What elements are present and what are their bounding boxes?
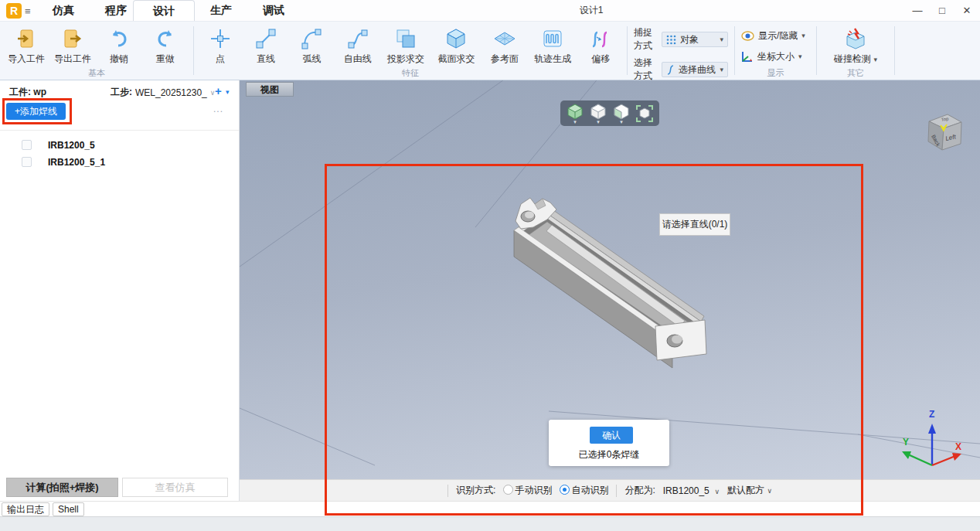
selection-status: 已选择0条焊缝 bbox=[549, 448, 669, 461]
import-workpiece-icon bbox=[15, 27, 38, 50]
view-simulation-button[interactable]: 查看仿真 bbox=[122, 478, 228, 497]
curve-icon bbox=[666, 65, 675, 75]
import-workpiece-button[interactable]: 导入工件 bbox=[3, 25, 49, 66]
axes-icon bbox=[741, 51, 754, 63]
calculate-button[interactable]: 计算(拍照+焊接) bbox=[6, 478, 118, 497]
reference-plane-icon bbox=[493, 27, 516, 50]
menu-tab-design[interactable]: 设计 bbox=[133, 0, 195, 21]
radio-off-icon[interactable] bbox=[503, 485, 513, 495]
list-item-robot-2[interactable]: IRB1200_5_1 bbox=[0, 155, 239, 172]
view-style-solid-button[interactable]: ▾ bbox=[588, 103, 608, 124]
confirm-button[interactable]: 确认 bbox=[590, 427, 633, 444]
chevron-down-icon: ∨ bbox=[714, 488, 720, 495]
step-label: 工步: bbox=[111, 86, 132, 99]
ribbon-group-other: 碰撞检测 ▾ 其它 bbox=[817, 22, 894, 80]
minimize-button[interactable]: — bbox=[906, 0, 929, 21]
show-hide-button[interactable]: 显示/隐藏 ▾ bbox=[741, 27, 810, 44]
grid-icon bbox=[666, 35, 676, 45]
line-button[interactable]: 直线 bbox=[243, 25, 288, 66]
chevron-down-icon: ▾ bbox=[620, 120, 623, 124]
ribbon-group-label-display: 显示 bbox=[738, 67, 813, 80]
robot-1-checkbox[interactable] bbox=[22, 140, 32, 150]
step-value: WEL_20251230_ bbox=[135, 87, 207, 98]
redo-button[interactable]: 重做 bbox=[142, 25, 189, 66]
zoom-fit-button[interactable] bbox=[635, 104, 655, 123]
step-selector[interactable]: 工步: WEL_20251230_ ∨ bbox=[111, 86, 215, 99]
ribbon-group-label-basic: 基本 bbox=[3, 67, 190, 80]
reference-plane-button[interactable]: 参考面 bbox=[481, 25, 527, 66]
left-panel-header: 工件: wp 工步: WEL_20251230_ ∨ + ▾ bbox=[0, 83, 239, 100]
snap-mode-dropdown[interactable]: 对象 ▾ bbox=[662, 32, 728, 47]
eye-icon bbox=[741, 31, 754, 41]
section-intersect-button[interactable]: 截面求交 bbox=[431, 25, 481, 66]
offset-button[interactable]: 偏移 bbox=[578, 25, 624, 66]
offset-icon bbox=[589, 27, 612, 50]
title-bar: R ≡ 仿真 程序 设计 生产 调试 设计1 — □ ✕ bbox=[0, 0, 980, 22]
maximize-button[interactable]: □ bbox=[931, 0, 954, 21]
robot-2-checkbox[interactable] bbox=[22, 157, 32, 167]
collision-detect-icon bbox=[844, 27, 867, 50]
list-item-robot-1[interactable]: IRB1200_5 bbox=[0, 138, 239, 155]
tab-output-log[interactable]: 输出日志 bbox=[2, 502, 49, 516]
section-intersect-icon bbox=[444, 27, 468, 50]
chevron-down-icon: ∨ bbox=[767, 487, 772, 495]
chevron-down-icon: ▾ bbox=[597, 120, 600, 124]
export-workpiece-button[interactable]: 导出工件 bbox=[49, 25, 96, 66]
radio-on-icon[interactable] bbox=[560, 485, 570, 495]
point-button[interactable]: 点 bbox=[197, 25, 243, 66]
add-step-caret-icon[interactable]: ▾ bbox=[226, 88, 230, 96]
redo-icon bbox=[154, 27, 177, 50]
snap-mode-label: 捕捉方式 bbox=[634, 26, 657, 53]
undo-icon bbox=[107, 27, 131, 50]
app-logo[interactable]: R bbox=[6, 3, 22, 19]
chevron-down-icon: ▾ bbox=[801, 32, 805, 39]
bottom-tab-row: 输出日志Shell bbox=[0, 501, 980, 516]
selection-tooltip: 请选择直线(0/1) bbox=[659, 213, 730, 236]
collision-detect-button[interactable]: 碰撞检测 ▾ bbox=[825, 25, 886, 66]
view-tab[interactable]: 视图 bbox=[246, 82, 294, 97]
tab-shell[interactable]: Shell bbox=[53, 502, 84, 516]
ribbon-group-basic: 导入工件 导出工件 撤销 重做 基本 bbox=[0, 22, 193, 80]
view-toolbar: ▾ ▾ ▾ bbox=[560, 100, 659, 126]
hamburger-menu-icon[interactable]: ≡ bbox=[25, 5, 31, 17]
ribbon-group-assist: 捕捉方式 对象 ▾ 选择方式 选择曲线 ▾ 辅助 bbox=[628, 22, 734, 80]
ribbon-group-label-other: 其它 bbox=[820, 67, 891, 80]
robot-2-label: IRB1200_5_1 bbox=[48, 157, 105, 168]
projection-intersect-button[interactable]: 投影求交 bbox=[380, 25, 430, 66]
undo-button[interactable]: 撤销 bbox=[96, 25, 142, 66]
add-weld-line-button[interactable]: +添加焊线 bbox=[6, 103, 66, 120]
chevron-down-icon: ▾ bbox=[573, 120, 577, 124]
view-style-shaded-button[interactable]: ▾ bbox=[565, 103, 585, 124]
trajectory-generate-button[interactable]: 轨迹生成 bbox=[527, 25, 577, 66]
more-options-button[interactable]: ... bbox=[213, 104, 223, 114]
assign-robot-dropdown[interactable]: IRB1200_5 ∨ bbox=[663, 485, 720, 496]
arc-button[interactable]: 弧线 bbox=[289, 25, 335, 66]
divider bbox=[616, 485, 617, 497]
divider bbox=[0, 130, 239, 131]
axis-z-label: Z bbox=[929, 409, 934, 420]
view-orientation-button[interactable]: ▾ bbox=[611, 103, 631, 124]
left-panel: 工件: wp 工步: WEL_20251230_ ∨ + ▾ +添加焊线 ...… bbox=[0, 80, 240, 501]
axis-triad: Z Y X bbox=[901, 405, 963, 478]
freeline-button[interactable]: 自由线 bbox=[335, 25, 380, 66]
add-step-button[interactable]: + bbox=[215, 84, 222, 97]
arc-icon bbox=[300, 27, 323, 50]
menu-tab-debug[interactable]: 调试 bbox=[243, 0, 305, 21]
point-icon bbox=[209, 27, 232, 50]
ribbon-group-label-feature: 特征 bbox=[197, 67, 624, 80]
viewport-3d-canvas[interactable]: 视图 ▾ ▾ ▾ Top Back Left 请选择直线(0/1 bbox=[240, 80, 980, 479]
axis-x-label: X bbox=[955, 441, 961, 452]
manual-recognition-radio[interactable]: 手动识别 bbox=[503, 484, 552, 497]
auto-recognition-radio[interactable]: 自动识别 bbox=[560, 484, 608, 497]
ribbon-group-feature: 点 直线 弧线 自由线 bbox=[194, 22, 627, 80]
axis-size-button[interactable]: 坐标大小 ▾ bbox=[741, 48, 810, 65]
shaded-cube-icon bbox=[567, 103, 584, 120]
assign-to-label: 分配为: bbox=[624, 484, 655, 497]
view-cube[interactable]: Top Back Left bbox=[918, 108, 966, 159]
chevron-down-icon: ▾ bbox=[873, 56, 877, 63]
chevron-down-icon: ▾ bbox=[798, 53, 802, 60]
recipe-dropdown[interactable]: 默认配方 ∨ bbox=[727, 484, 772, 497]
close-button[interactable]: ✕ bbox=[955, 0, 978, 21]
select-mode-dropdown[interactable]: 选择曲线 ▾ bbox=[662, 62, 728, 77]
recognition-bar: 识别方式: 手动识别 自动识别 分配为: IRB1200_5 ∨ 默认配方 ∨ bbox=[240, 479, 980, 501]
